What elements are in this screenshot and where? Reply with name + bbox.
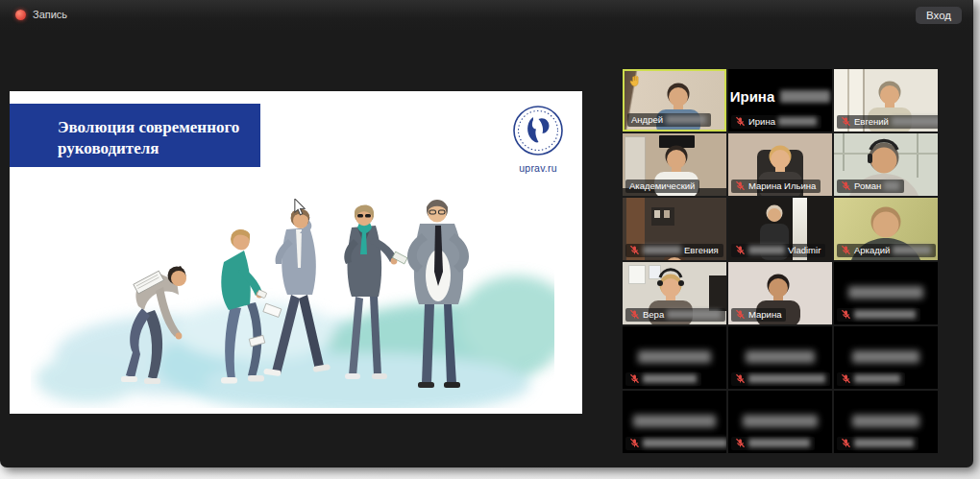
mic-muted-icon	[735, 309, 746, 320]
redacted-label-text	[854, 439, 914, 447]
participant-tile[interactable]	[623, 326, 726, 389]
mic-muted-icon	[735, 180, 746, 191]
participant-name-label: Вера	[625, 308, 725, 322]
participant-grid: АндрейИринаИринаЕвгенийАкадемическийМари…	[623, 69, 938, 453]
participant-name-label: Марина	[731, 308, 786, 322]
participant-tile[interactable]	[728, 391, 832, 453]
recording-indicator: Запись	[15, 9, 67, 20]
redacted-label-text	[667, 310, 721, 319]
participant-tile[interactable]	[834, 391, 938, 453]
participant-tile[interactable]: Марина Ильина	[728, 133, 832, 196]
redacted-label-text	[666, 115, 706, 124]
redacted-label-text	[643, 374, 697, 383]
shared-slide: Эволюция современного руководителя uprav…	[10, 91, 582, 414]
redacted-name	[780, 90, 830, 103]
participant-center-name-text: Ирина	[730, 88, 775, 105]
participant-name-label	[731, 372, 830, 386]
redacted-name	[852, 350, 919, 363]
mic-muted-icon	[629, 438, 640, 448]
participant-tile[interactable]: Марина	[728, 262, 832, 324]
rsu-logo: uprav.ru	[509, 105, 567, 174]
participant-name-text: Евгения	[684, 245, 719, 255]
slide-title-line1: Эволюция современного	[58, 117, 260, 138]
login-button[interactable]: Вход	[916, 7, 962, 24]
participant-name-label: Марина Ильина	[731, 180, 821, 193]
conference-window: Запись Вход Эволюция современного руково…	[0, 0, 973, 467]
participant-tile[interactable]: Vladimir	[728, 198, 832, 260]
participant-name-label: Евгения	[625, 244, 723, 257]
mic-muted-icon	[629, 245, 640, 255]
participant-name-text: Вера	[643, 309, 664, 320]
top-bar: Запись Вход	[0, 0, 973, 31]
participant-name-label: Евгений	[837, 115, 938, 129]
participant-tile[interactable]: Вера	[623, 262, 726, 324]
mic-muted-icon	[735, 438, 746, 448]
mic-muted-icon	[841, 438, 851, 448]
mic-muted-icon	[841, 116, 851, 127]
participant-name-label	[837, 372, 905, 386]
raised-hand-icon	[628, 74, 642, 92]
participant-name-text: Vladimir	[788, 245, 821, 255]
redacted-label-text	[884, 181, 899, 190]
participant-name-label: Аркадий	[837, 244, 936, 257]
mic-muted-icon	[841, 180, 851, 191]
mouse-cursor-icon	[293, 199, 306, 220]
participant-name-label	[625, 372, 701, 386]
mic-muted-icon	[841, 373, 851, 384]
redacted-label-text	[778, 117, 817, 126]
participant-tile[interactable]: Роман	[834, 133, 938, 196]
participant-tile[interactable]: ИринаИрина	[728, 69, 832, 132]
participant-name-label: Vladimir	[731, 244, 825, 257]
redacted-name	[746, 350, 815, 363]
participant-tile[interactable]: Андрей	[623, 69, 726, 132]
slide-title-line2: руководителя	[58, 138, 260, 159]
participant-name-label	[731, 437, 815, 450]
redacted-label-text	[643, 439, 726, 447]
logo-url: uprav.ru	[509, 162, 567, 174]
participant-name-label	[625, 437, 726, 450]
redacted-label-text	[748, 246, 785, 254]
participant-tile[interactable]	[728, 326, 832, 389]
participant-tile[interactable]	[834, 262, 938, 324]
redacted-label-text	[643, 246, 681, 254]
redacted-name	[848, 286, 923, 299]
participant-name-label	[837, 308, 920, 322]
participant-name-text: Аркадий	[854, 245, 890, 255]
redacted-name	[633, 415, 716, 427]
recording-label: Запись	[33, 9, 67, 20]
rsu-logo-icon	[512, 105, 564, 156]
redacted-label-text	[854, 374, 900, 383]
participant-tile[interactable]	[834, 326, 938, 389]
participant-name-label: Андрей	[627, 113, 711, 127]
participant-name-text: Марина Ильина	[748, 180, 816, 191]
participant-tile[interactable]	[623, 391, 726, 453]
participant-tile[interactable]: Академический	[623, 133, 726, 196]
evolution-illustration	[31, 187, 554, 408]
participant-name-text: Евгений	[854, 116, 889, 127]
redacted-name	[743, 415, 818, 427]
mic-muted-icon	[735, 116, 746, 127]
mic-muted-icon	[629, 373, 640, 384]
mic-muted-icon	[735, 245, 746, 255]
redacted-name	[852, 415, 919, 427]
participant-tile[interactable]: Аркадий	[834, 198, 938, 260]
redacted-label-text	[748, 439, 810, 447]
mic-muted-icon	[841, 309, 851, 320]
participant-name-text: Академический	[629, 180, 695, 191]
participant-tile[interactable]: Евгения	[623, 198, 726, 260]
participant-name-label: Роман	[837, 180, 904, 193]
mic-muted-icon	[735, 373, 746, 384]
participant-tile[interactable]: Евгений	[834, 69, 938, 132]
redacted-label-text	[893, 246, 931, 254]
recording-icon	[15, 10, 26, 20]
redacted-label-text	[854, 310, 916, 319]
participant-name-label: Ирина	[731, 115, 821, 129]
participant-name-label	[837, 437, 919, 450]
participant-name-text: Марина	[748, 309, 781, 320]
participant-name-text: Роман	[854, 180, 881, 191]
desktop: Запись Вход Эволюция современного руково…	[0, 0, 980, 479]
redacted-name	[638, 350, 711, 363]
participant-name-text: Ирина	[748, 116, 775, 127]
participant-name-label: Академический	[625, 180, 699, 193]
participant-name-text: Андрей	[631, 114, 663, 125]
